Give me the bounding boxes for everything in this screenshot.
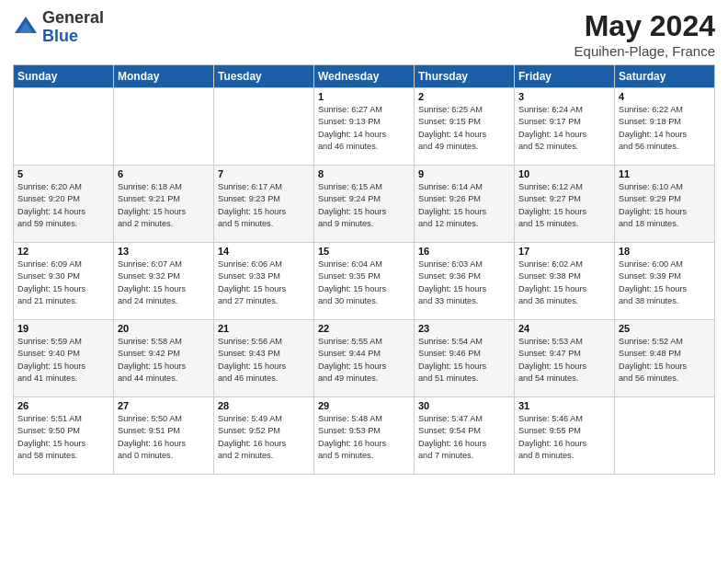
table-row — [114, 88, 214, 166]
day-number: 29 — [318, 400, 410, 411]
day-number: 21 — [218, 323, 310, 334]
day-number: 10 — [518, 168, 610, 179]
logo-blue: Blue — [42, 28, 104, 46]
header-sunday: Sunday — [14, 65, 114, 88]
table-row: 23Sunrise: 5:54 AM Sunset: 9:46 PM Dayli… — [415, 320, 515, 397]
table-row: 2Sunrise: 6:25 AM Sunset: 9:15 PM Daylig… — [415, 88, 515, 166]
table-row: 30Sunrise: 5:47 AM Sunset: 9:54 PM Dayli… — [415, 397, 515, 475]
calendar-week-row: 12Sunrise: 6:09 AM Sunset: 9:30 PM Dayli… — [14, 243, 715, 320]
header-wednesday: Wednesday — [314, 65, 415, 88]
day-info: Sunrise: 6:22 AM Sunset: 9:18 PM Dayligh… — [619, 104, 711, 153]
day-number: 8 — [318, 168, 410, 179]
day-info: Sunrise: 6:27 AM Sunset: 9:13 PM Dayligh… — [318, 104, 410, 153]
day-info: Sunrise: 5:46 AM Sunset: 9:55 PM Dayligh… — [518, 413, 610, 462]
day-info: Sunrise: 6:09 AM Sunset: 9:30 PM Dayligh… — [17, 259, 109, 307]
day-number: 22 — [318, 323, 410, 334]
table-row: 28Sunrise: 5:49 AM Sunset: 9:52 PM Dayli… — [214, 397, 314, 475]
logo-text: General Blue — [42, 9, 104, 46]
day-info: Sunrise: 6:14 AM Sunset: 9:26 PM Dayligh… — [418, 181, 510, 230]
day-number: 30 — [418, 400, 510, 411]
header-friday: Friday — [515, 65, 615, 88]
day-number: 14 — [218, 246, 310, 257]
day-info: Sunrise: 6:20 AM Sunset: 9:20 PM Dayligh… — [17, 181, 109, 230]
table-row: 1Sunrise: 6:27 AM Sunset: 9:13 PM Daylig… — [314, 88, 415, 166]
logo-general: General — [42, 9, 104, 28]
table-row — [615, 397, 715, 475]
day-info: Sunrise: 5:54 AM Sunset: 9:46 PM Dayligh… — [418, 336, 510, 385]
table-row: 19Sunrise: 5:59 AM Sunset: 9:40 PM Dayli… — [14, 320, 114, 397]
table-row: 11Sunrise: 6:10 AM Sunset: 9:29 PM Dayli… — [615, 166, 715, 243]
calendar-week-row: 5Sunrise: 6:20 AM Sunset: 9:20 PM Daylig… — [14, 166, 715, 243]
table-row: 9Sunrise: 6:14 AM Sunset: 9:26 PM Daylig… — [415, 166, 515, 243]
day-number: 5 — [17, 168, 109, 179]
day-info: Sunrise: 6:07 AM Sunset: 9:32 PM Dayligh… — [118, 259, 210, 307]
day-info: Sunrise: 5:50 AM Sunset: 9:51 PM Dayligh… — [118, 413, 210, 462]
day-info: Sunrise: 6:00 AM Sunset: 9:39 PM Dayligh… — [619, 259, 711, 307]
day-info: Sunrise: 6:18 AM Sunset: 9:21 PM Dayligh… — [118, 181, 210, 230]
table-row: 21Sunrise: 5:56 AM Sunset: 9:43 PM Dayli… — [214, 320, 314, 397]
table-row: 5Sunrise: 6:20 AM Sunset: 9:20 PM Daylig… — [14, 166, 114, 243]
day-number: 12 — [17, 246, 109, 257]
page: General Blue May 2024 Equihen-Plage, Fra… — [0, 0, 728, 563]
table-row — [14, 88, 114, 166]
title-block: May 2024 Equihen-Plage, France — [574, 9, 715, 59]
day-info: Sunrise: 5:59 AM Sunset: 9:40 PM Dayligh… — [17, 336, 109, 385]
day-number: 1 — [318, 91, 410, 102]
day-info: Sunrise: 6:25 AM Sunset: 9:15 PM Dayligh… — [418, 104, 510, 153]
day-info: Sunrise: 6:24 AM Sunset: 9:17 PM Dayligh… — [518, 104, 610, 153]
table-row — [214, 88, 314, 166]
table-row: 27Sunrise: 5:50 AM Sunset: 9:51 PM Dayli… — [114, 397, 214, 475]
day-number: 6 — [118, 168, 210, 179]
table-row: 18Sunrise: 6:00 AM Sunset: 9:39 PM Dayli… — [615, 243, 715, 320]
day-number: 23 — [418, 323, 510, 334]
table-row: 7Sunrise: 6:17 AM Sunset: 9:23 PM Daylig… — [214, 166, 314, 243]
day-number: 26 — [17, 400, 109, 411]
table-row: 22Sunrise: 5:55 AM Sunset: 9:44 PM Dayli… — [314, 320, 415, 397]
day-info: Sunrise: 5:47 AM Sunset: 9:54 PM Dayligh… — [418, 413, 510, 462]
header-monday: Monday — [114, 65, 214, 88]
calendar: Sunday Monday Tuesday Wednesday Thursday… — [13, 64, 715, 475]
calendar-week-row: 1Sunrise: 6:27 AM Sunset: 9:13 PM Daylig… — [14, 88, 715, 166]
logo-icon — [13, 15, 39, 40]
table-row: 6Sunrise: 6:18 AM Sunset: 9:21 PM Daylig… — [114, 166, 214, 243]
day-number: 15 — [318, 246, 410, 257]
main-title: May 2024 — [574, 9, 715, 43]
table-row: 14Sunrise: 6:06 AM Sunset: 9:33 PM Dayli… — [214, 243, 314, 320]
table-row: 13Sunrise: 6:07 AM Sunset: 9:32 PM Dayli… — [114, 243, 214, 320]
day-number: 13 — [118, 246, 210, 257]
day-info: Sunrise: 6:17 AM Sunset: 9:23 PM Dayligh… — [218, 181, 310, 230]
day-info: Sunrise: 5:52 AM Sunset: 9:48 PM Dayligh… — [619, 336, 711, 385]
header: General Blue May 2024 Equihen-Plage, Fra… — [13, 9, 715, 59]
day-number: 3 — [518, 91, 610, 102]
subtitle: Equihen-Plage, France — [574, 43, 715, 59]
day-number: 2 — [418, 91, 510, 102]
table-row: 16Sunrise: 6:03 AM Sunset: 9:36 PM Dayli… — [415, 243, 515, 320]
day-number: 25 — [619, 323, 711, 334]
day-info: Sunrise: 6:15 AM Sunset: 9:24 PM Dayligh… — [318, 181, 410, 230]
table-row: 29Sunrise: 5:48 AM Sunset: 9:53 PM Dayli… — [314, 397, 415, 475]
table-row: 10Sunrise: 6:12 AM Sunset: 9:27 PM Dayli… — [515, 166, 615, 243]
day-number: 28 — [218, 400, 310, 411]
day-number: 17 — [518, 246, 610, 257]
day-info: Sunrise: 6:06 AM Sunset: 9:33 PM Dayligh… — [218, 259, 310, 307]
day-number: 19 — [17, 323, 109, 334]
calendar-week-row: 26Sunrise: 5:51 AM Sunset: 9:50 PM Dayli… — [14, 397, 715, 475]
calendar-week-row: 19Sunrise: 5:59 AM Sunset: 9:40 PM Dayli… — [14, 320, 715, 397]
table-row: 20Sunrise: 5:58 AM Sunset: 9:42 PM Dayli… — [114, 320, 214, 397]
table-row: 12Sunrise: 6:09 AM Sunset: 9:30 PM Dayli… — [14, 243, 114, 320]
day-number: 16 — [418, 246, 510, 257]
table-row: 25Sunrise: 5:52 AM Sunset: 9:48 PM Dayli… — [615, 320, 715, 397]
table-row: 31Sunrise: 5:46 AM Sunset: 9:55 PM Dayli… — [515, 397, 615, 475]
table-row: 3Sunrise: 6:24 AM Sunset: 9:17 PM Daylig… — [515, 88, 615, 166]
day-number: 4 — [619, 91, 711, 102]
day-info: Sunrise: 6:12 AM Sunset: 9:27 PM Dayligh… — [518, 181, 610, 230]
day-info: Sunrise: 5:58 AM Sunset: 9:42 PM Dayligh… — [118, 336, 210, 385]
day-info: Sunrise: 5:56 AM Sunset: 9:43 PM Dayligh… — [218, 336, 310, 385]
header-saturday: Saturday — [615, 65, 715, 88]
day-number: 24 — [518, 323, 610, 334]
day-info: Sunrise: 5:49 AM Sunset: 9:52 PM Dayligh… — [218, 413, 310, 462]
day-number: 20 — [118, 323, 210, 334]
header-thursday: Thursday — [415, 65, 515, 88]
day-number: 18 — [619, 246, 711, 257]
day-info: Sunrise: 5:53 AM Sunset: 9:47 PM Dayligh… — [518, 336, 610, 385]
